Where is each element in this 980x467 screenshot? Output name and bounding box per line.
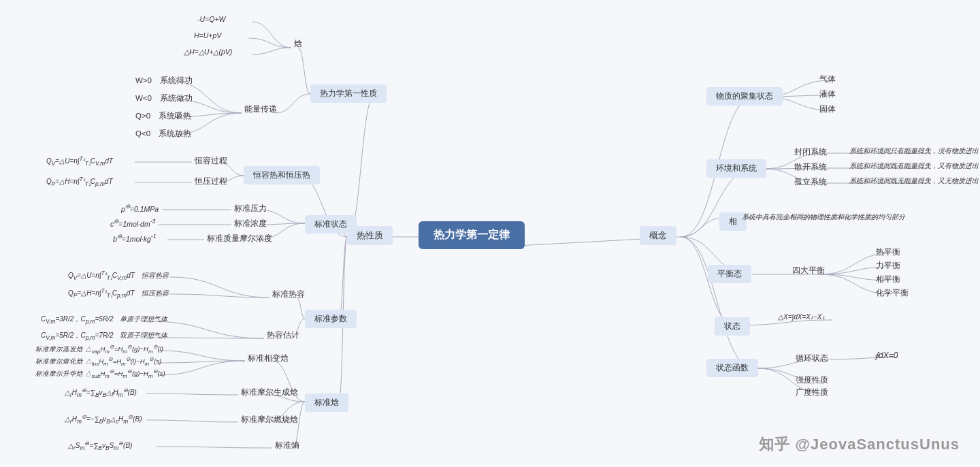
label-hyqc: 恒压过程 (192, 176, 230, 187)
formula-b0: b⊖=1mol·kg-1 (113, 233, 157, 243)
label-q-pos: Q>0 系统吸热 (133, 110, 194, 122)
label-bzmiao: 标准熵 (272, 440, 302, 451)
label-w-neg: W<0 系统做功 (133, 93, 195, 104)
node-zhuangtaihanshu: 状态函数 (706, 359, 758, 377)
node-nengliang: 能量传递 (242, 103, 280, 115)
label-bzxbh: 标准相变焓 (245, 353, 291, 364)
node-reli: 热力学第一性质 (310, 84, 387, 103)
watermark: 知乎 @JeovaSanctusUnus (759, 434, 960, 455)
label-lph: 力平衡 (873, 260, 903, 272)
node-zhuangtai: 状态 (715, 317, 750, 336)
formula-deltah: △H=△U+△(pV) (184, 48, 232, 56)
node-biaozhun: 标准状态 (305, 215, 357, 234)
node-huanjing: 环境和系统 (706, 159, 766, 178)
label-qiti: 气体 (817, 74, 838, 85)
label-bzzlmlnd: 标准质量摩尔浓度 (204, 233, 275, 244)
label-w-pos: W>0 系统得功 (133, 75, 195, 86)
formula-sub: 标准摩尔升华焓 △subHm⊖=Hm⊖(g)−Hm⊖(s) (35, 368, 165, 379)
formula-fus: 标准摩尔熔化焓 △fusHm⊖=Hm⊖(l)−Hm⊖(s) (35, 356, 161, 367)
label-bzyl: 标准压力 (231, 203, 270, 214)
formula-double: CV,m=5R/2，Cp,m=7R/2 双原子理想气体 (41, 331, 167, 341)
node-gainian: 概念 (640, 226, 676, 245)
formula-deltax: △X=∫dX=X₂−X₁ (778, 313, 825, 321)
center-node: 热力学第一定律 (419, 221, 525, 249)
formula-cycle: ∮dX=0 (875, 351, 898, 360)
label-bznd: 标准浓度 (231, 218, 270, 229)
formula-uqw: -U=Q+W (197, 15, 225, 23)
formula-qp2: QP=△H=n∫T₂T₁Cp,mdT 恒压热容 (68, 287, 169, 299)
formula-qp: QP=△H=n∫T₂T₁Cp,mdT (46, 176, 113, 187)
formula-entropy: △rSm⊖=∑BνBSm⊖(B) (68, 440, 132, 451)
node-pingheng: 平衡态 (708, 265, 751, 283)
label-rph: 热平衡 (873, 246, 903, 258)
label-glxt: 孤立系统 (791, 176, 830, 188)
mind-map: 热力学第一定律 热性质 概念 热力学第一性质 恒容热和恒压热 标准状态 标准参数… (0, 0, 980, 467)
label-gdxz: 广度性质 (793, 387, 831, 398)
formula-p0: p⊖=0.1MPa (121, 203, 159, 213)
label-bzrc: 标准热容 (270, 289, 308, 300)
label-sdph: 四大平衡 (789, 265, 828, 276)
formula-c0: c⊖=1mol·dm-3 (110, 218, 155, 228)
desc-gl: 系统和环境间既无能量得失，又无物质进出 (849, 176, 979, 186)
label-yeti: 液体 (817, 88, 838, 100)
node-han: 焓 (291, 38, 305, 50)
node-henrong: 恒容热和恒压热 (244, 166, 320, 184)
formula-single: CV,m=3R/2，Cp,m=5R/2 单原子理想气体 (41, 315, 167, 325)
label-xhzt: 循环状态 (793, 353, 831, 364)
label-fbxt: 封闭系统 (791, 146, 830, 158)
desc-fb: 系统和环境间只有能量得失，没有物质进出 (849, 146, 979, 156)
label-guti: 固体 (817, 103, 838, 115)
formula-hupv: H=U+pV (194, 31, 221, 39)
formula-burn: △rHm⊖=−∑BνB△cHm⊖(B) (65, 413, 142, 425)
formula-vap: 标准摩尔蒸发焓 △vapHm⊖=Hm⊖(g)−Hm⊖(l) (35, 344, 163, 355)
desc-xiang: 系统中具有完全相同的物理性质和化学性质的均匀部分 (742, 212, 905, 222)
formula-gen: △rHm⊖=∑BνB△fHm⊖(B) (65, 387, 137, 398)
label-skxt: 散开系统 (791, 161, 830, 173)
label-hcgc: 恒容过程 (192, 155, 230, 167)
label-bzmler: 标准摩尔生成焓 (238, 387, 301, 398)
node-biaozhuncs: 标准参数 (305, 310, 357, 328)
label-q-neg: Q<0 系统放热 (133, 128, 194, 140)
label-qdxz: 强度性质 (793, 374, 831, 386)
node-biaozhunhan: 标准焓 (305, 393, 348, 412)
desc-sk: 系统和环境间既有能量得失，又有物质进出 (849, 161, 979, 171)
label-bzmlrq: 标准摩尔燃烧焓 (238, 414, 301, 425)
formula-qv2: QV=△U=n∫T₂T₁CV,mdT 恒容热容 (68, 270, 169, 281)
label-hxph: 化学平衡 (873, 287, 911, 299)
label-rcgj: 热容估计 (264, 329, 302, 341)
label-xph: 相平衡 (873, 274, 903, 285)
node-wuzhi: 物质的聚集状态 (706, 87, 783, 106)
formula-qv: QV=△U=n∫T₂T₁CV,mdT (46, 155, 113, 167)
